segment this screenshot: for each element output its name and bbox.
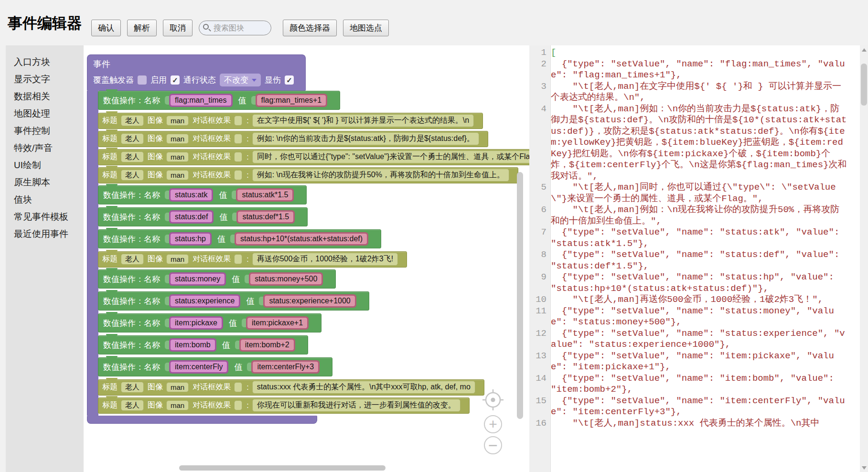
image-field[interactable]: man — [166, 254, 189, 264]
text-block[interactable]: 标题 老人 图像 man 对话框效果 : 你现在可以重新和我进行对话，进一步看到… — [98, 397, 470, 414]
code-line: 1[ — [529, 47, 860, 59]
sidebar-item-effects-sound[interactable]: 特效/声音 — [6, 139, 84, 157]
image-field[interactable]: man — [166, 400, 189, 410]
name-field[interactable]: item:pickaxe — [169, 316, 223, 330]
pass-state-dropdown[interactable]: 不改变 — [220, 74, 261, 86]
text-field[interactable]: 再送你500金币，1000经验，1破2炸3飞! — [252, 253, 398, 266]
image-field[interactable]: man — [166, 382, 189, 392]
setvalue-block[interactable]: 数值操作：名称 status:hp 值 status:hp+10*(status… — [98, 229, 381, 248]
search-icon — [203, 24, 209, 30]
setvalue-block[interactable]: 数值操作：名称 status:def 值 status:def*1.5 — [98, 207, 308, 226]
setvalue-block[interactable]: 数值操作：名称 status:money 值 status:money+500 — [98, 269, 336, 289]
event-block-footer[interactable] — [87, 416, 317, 424]
title-field[interactable]: 老人 — [121, 151, 144, 162]
dialog-effect-field[interactable] — [234, 254, 242, 264]
title-field[interactable]: 老人 — [121, 382, 144, 393]
title-field[interactable]: 老人 — [121, 254, 144, 265]
name-field[interactable]: status:def — [169, 210, 214, 224]
workspace-vertical-scrollbar[interactable] — [517, 172, 523, 419]
setvalue-block[interactable]: 数值操作：名称 item:centerFly 值 item:centerFly+… — [98, 357, 332, 376]
enabled-checkbox[interactable]: ✓ — [171, 75, 180, 85]
name-field[interactable]: status:atk — [169, 188, 213, 202]
workspace-horizontal-scrollbar[interactable] — [179, 465, 386, 471]
text-field[interactable]: 在文字中使用${' ${ '}和 } 可以计算并显示一个表达式的结果。\n — [252, 114, 474, 127]
event-block-header[interactable]: 事件 覆盖触发器 启用 ✓ 通行状态 不改变 显伤 ✓ — [87, 54, 306, 91]
code-line: 11 {"type": "setValue", "name": "status:… — [529, 306, 860, 328]
image-field[interactable]: man — [166, 134, 189, 144]
value-field[interactable]: status:def*1.5 — [236, 210, 295, 224]
sidebar-item-event-control[interactable]: 事件控制 — [6, 122, 84, 139]
scrollbar-thumb[interactable] — [861, 64, 867, 106]
name-field[interactable]: status:experience — [169, 294, 240, 308]
text-field[interactable]: 例如: \n现在我将让你的攻防提升50%，再将攻防和的十倍加到生命值上。 — [252, 169, 509, 182]
text-block[interactable]: 标题 老人 图像 man 对话框效果 : 在文字中使用${' ${ '}和 } … — [98, 113, 483, 129]
display-damage-checkbox[interactable]: ✓ — [285, 75, 294, 85]
text-block[interactable]: 标题 老人 图像 man 对话框效果 : 同时，你也可以通过{"type": "… — [98, 149, 529, 165]
dialog-effect-field[interactable] — [234, 382, 242, 392]
text-field[interactable]: status:xxx 代表勇士的某个属性。\n其中xxx可取hp, atk, d… — [252, 381, 475, 394]
sidebar-item-native-script[interactable]: 原生脚本 — [6, 174, 84, 191]
zoom-in-button[interactable]: + — [484, 415, 502, 433]
sidebar-item-entry-blocks[interactable]: 入口方块 — [6, 45, 84, 71]
override-trigger-checkbox[interactable] — [138, 75, 147, 85]
dialog-effect-field[interactable] — [234, 400, 242, 410]
sidebar-item-common-templates[interactable]: 常见事件模板 — [6, 208, 84, 225]
image-field[interactable]: man — [166, 116, 189, 126]
text-field[interactable]: 例如: \n你的当前攻击力是${status:atk}，防御力是${status… — [252, 132, 479, 145]
value-field[interactable]: status:money+500 — [249, 272, 323, 286]
sidebar-item-data-related[interactable]: 数据相关 — [6, 88, 84, 105]
zoom-out-button[interactable]: − — [484, 436, 502, 454]
dialog-effect-field[interactable] — [234, 134, 242, 144]
value-field[interactable]: status:atk*1.5 — [236, 188, 294, 202]
scroll-up-button[interactable] — [860, 45, 868, 54]
value-field[interactable]: item:bomb+2 — [239, 338, 295, 352]
scroll-down-button[interactable] — [860, 463, 868, 472]
json-code-editor[interactable]: 1[ 2 {"type": "setValue", "name": "flag:… — [529, 45, 860, 472]
value-field[interactable]: item:pickaxe+1 — [246, 316, 309, 330]
sidebar-item-show-text[interactable]: 显示文字 — [6, 71, 84, 88]
code-line: 9 {"type": "setValue", "name": "status:h… — [529, 272, 860, 294]
parse-button[interactable]: 解析 — [127, 20, 157, 36]
dialog-effect-field[interactable] — [234, 152, 242, 162]
title-field[interactable]: 老人 — [121, 133, 144, 144]
setvalue-block[interactable]: 数值操作：名称 status:atk 值 status:atk*1.5 — [98, 185, 307, 204]
name-field[interactable]: item:centerFly — [169, 360, 228, 374]
setvalue-block[interactable]: 数值操作：名称 item:bomb 值 item:bomb+2 — [98, 335, 308, 354]
search-input[interactable] — [199, 21, 271, 35]
text-field[interactable]: 你现在可以重新和我进行对话，进一步看到属性值的改变。 — [252, 399, 461, 412]
sidebar-item-recent-events[interactable]: 最近使用事件 — [6, 225, 84, 243]
title-field[interactable]: 老人 — [121, 400, 144, 411]
value-field[interactable]: item:centerFly+3 — [251, 360, 320, 374]
text-block[interactable]: 标题 老人 图像 man 对话框效果 : 例如: \n你的当前攻击力是${sta… — [98, 131, 488, 147]
dialog-effect-field[interactable] — [234, 116, 242, 126]
name-field[interactable]: status:money — [169, 272, 226, 286]
confirm-button[interactable]: 确认 — [91, 20, 121, 36]
value-field[interactable]: flag:man_times+1 — [256, 94, 328, 107]
setvalue-block[interactable]: 数值操作：名称 item:pickaxe 值 item:pickaxe+1 — [98, 313, 321, 333]
blockly-workspace[interactable]: 事件 覆盖触发器 启用 ✓ 通行状态 不改变 显伤 ✓ 数值操作：名称 flag… — [84, 45, 529, 472]
title-field[interactable]: 老人 — [121, 170, 144, 181]
recenter-crosshair-icon[interactable] — [481, 387, 505, 412]
sidebar-item-value-blocks[interactable]: 值块 — [6, 191, 84, 208]
map-pick-button[interactable]: 地图选点 — [343, 20, 389, 36]
image-field[interactable]: man — [166, 170, 189, 180]
text-field[interactable]: 同时，你也可以通过{"type": "setValue"}来设置一个勇士的属性、… — [252, 150, 529, 163]
sidebar-item-ui-draw[interactable]: UI绘制 — [6, 157, 84, 174]
name-field[interactable]: flag:man_times — [169, 94, 233, 107]
value-field[interactable]: status:hp+10*(status:atk+status:def) — [235, 232, 368, 246]
sidebar-item-map-handling[interactable]: 地图处理 — [6, 105, 84, 122]
name-field[interactable]: item:bomb — [169, 338, 216, 352]
text-block[interactable]: 标题 老人 图像 man 对话框效果 : 再送你500金币，1000经验，1破2… — [98, 251, 407, 268]
setvalue-block[interactable]: 数值操作：名称 flag:man_times 值 flag:man_times+… — [98, 91, 340, 110]
value-field[interactable]: status:experience+1000 — [263, 294, 356, 308]
title-field[interactable]: 老人 — [121, 115, 144, 126]
text-block[interactable]: 标题 老人 图像 man 对话框效果 : 例如: \n现在我将让你的攻防提升50… — [98, 167, 518, 183]
image-field[interactable]: man — [166, 152, 189, 162]
color-picker-button[interactable]: 颜色选择器 — [283, 20, 337, 36]
setvalue-block[interactable]: 数值操作：名称 status:experience 值 status:exper… — [98, 291, 369, 311]
name-field[interactable]: status:hp — [169, 232, 212, 246]
event-block[interactable]: 事件 覆盖触发器 启用 ✓ 通行状态 不改变 显伤 ✓ 数值操作：名称 flag… — [87, 54, 529, 424]
cancel-button[interactable]: 取消 — [163, 20, 193, 36]
text-block[interactable]: 标题 老人 图像 man 对话框效果 : status:xxx 代表勇士的某个属… — [98, 379, 484, 396]
dialog-effect-field[interactable] — [234, 170, 242, 180]
